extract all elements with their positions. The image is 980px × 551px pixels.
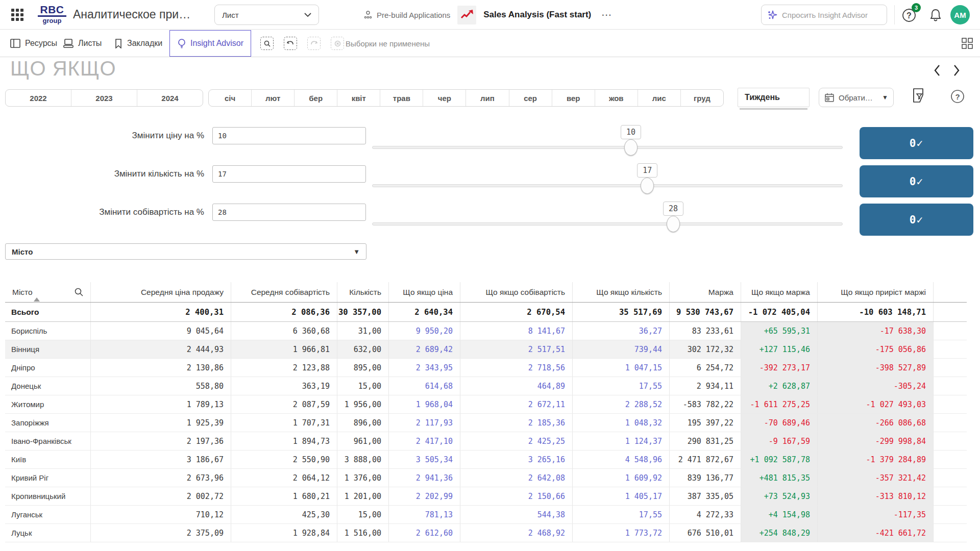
month-filter-сер[interactable]: сер (509, 90, 552, 106)
city-cell[interactable]: Кривий Ріг (5, 469, 91, 487)
city-filter-dropdown[interactable]: Місто ▼ (5, 243, 366, 260)
column-header-6[interactable]: Що якщо собівартість (460, 282, 573, 302)
search-input[interactable] (782, 11, 881, 19)
month-filter-груд[interactable]: груд (681, 90, 723, 106)
value-cell: 302 172,32 (670, 340, 741, 358)
avatar[interactable]: AM (950, 5, 970, 24)
prebuilt-applications-link[interactable]: Pre-build Applications (363, 10, 450, 19)
column-header-1[interactable]: Місто (5, 282, 91, 302)
prebuilt-applications-label: Pre-build Applications (377, 11, 450, 19)
insight-advisor-button[interactable]: Insight Advisor (169, 30, 251, 57)
value-cell: -392 273,17 (741, 359, 818, 377)
slider-track[interactable] (372, 146, 843, 149)
city-cell[interactable]: Житомир (5, 395, 91, 413)
notifications-bell-icon[interactable] (929, 8, 942, 22)
value-cell: 2 471 872,67 (670, 450, 741, 468)
sheets-label: Листы (78, 39, 102, 48)
row-filler (934, 469, 967, 487)
city-cell[interactable]: Івано-Франківськ (5, 432, 91, 450)
whatif-value-input[interactable] (212, 127, 366, 144)
value-cell: 2 117,93 (389, 414, 460, 432)
smart-search-button[interactable] (260, 30, 274, 57)
resources-button[interactable]: Ресурсы (10, 30, 57, 57)
column-header-10[interactable]: Що якщо приріст маржі (818, 282, 934, 302)
date-picker-dropdown[interactable]: Обрати… ▼ (819, 88, 894, 107)
month-filter-квіт[interactable]: квіт (337, 90, 380, 106)
help-circle-icon[interactable]: ? (950, 89, 965, 104)
notification-badge: 3 (912, 3, 921, 12)
value-cell: +1 092 587,78 (741, 450, 818, 468)
value-cell: 1 894,73 (231, 432, 337, 450)
value-cell: 676 510,01 (670, 524, 741, 542)
city-cell[interactable]: Луганськ (5, 506, 91, 523)
city-cell[interactable]: Кропивницький (5, 487, 91, 505)
slider-track[interactable] (372, 184, 843, 187)
apply-whatif-button[interactable]: 0✓ (860, 204, 973, 236)
column-header-2[interactable]: Середня ціна продажу (91, 282, 231, 302)
more-menu-button[interactable]: ⋯ (598, 9, 616, 21)
slider-handle[interactable] (624, 139, 638, 156)
page-title: ЩО ЯКЩО (10, 57, 116, 80)
next-sheet-button[interactable] (952, 64, 961, 77)
value-cell: 36,27 (573, 322, 670, 340)
apply-whatif-button[interactable]: 0✓ (860, 127, 973, 159)
undo-button[interactable] (284, 30, 297, 57)
help-button[interactable]: ? 3 (901, 7, 919, 24)
app-thumbnail[interactable] (457, 6, 476, 24)
column-header-9[interactable]: Що якщо маржа (741, 282, 818, 302)
month-filter-лип[interactable]: лип (466, 90, 509, 106)
whatif-value-input[interactable] (212, 204, 366, 221)
row-filler (934, 359, 967, 377)
slider-track[interactable] (372, 222, 843, 226)
month-filter-лют[interactable]: лют (252, 90, 295, 106)
city-cell[interactable]: Київ (5, 450, 91, 468)
value-cell: 3 505,34 (389, 450, 460, 468)
rbc-group-logo: RBC group (38, 4, 66, 24)
column-header-label: Що якщо ціна (403, 288, 453, 297)
slider-handle[interactable] (641, 178, 654, 194)
month-filter-січ[interactable]: січ (209, 90, 252, 106)
city-cell[interactable]: Донецьк (5, 377, 91, 395)
city-cell[interactable]: Бориспіль (5, 322, 91, 340)
insight-advisor-searchbox[interactable] (761, 5, 887, 25)
prev-sheet-button[interactable] (933, 64, 941, 77)
column-header-7[interactable]: Що якщо кількість (573, 282, 670, 302)
month-filter-вер[interactable]: вер (552, 90, 595, 106)
value-cell: 961,00 (337, 432, 389, 450)
sheet-overview-icon[interactable] (962, 38, 973, 49)
column-header-8[interactable]: Маржа (670, 282, 741, 302)
year-filter-2023[interactable]: 2023 (71, 90, 137, 106)
city-cell[interactable]: Вінниця (5, 340, 91, 358)
apply-whatif-button[interactable]: 0✓ (860, 165, 973, 197)
month-filter-жов[interactable]: жов (595, 90, 638, 106)
sheet-selector-dropdown[interactable]: Лист (214, 5, 319, 25)
month-filter-лис[interactable]: лис (638, 90, 681, 106)
week-filter-input[interactable]: Тиждень (738, 88, 810, 107)
clear-selections-button[interactable] (331, 30, 344, 57)
year-filter-2022[interactable]: 2022 (6, 90, 71, 106)
selections-tool-icon[interactable] (912, 88, 925, 103)
month-filter-чер[interactable]: чер (423, 90, 466, 106)
logo-text-top: RBC (38, 4, 66, 17)
month-filter-трав[interactable]: трав (380, 90, 423, 106)
value-cell: 3 186,67 (91, 450, 231, 468)
bookmarks-button[interactable]: Закладки (114, 30, 162, 57)
city-cell[interactable]: Луцьк (5, 524, 91, 542)
value-cell: 3 265,16 (460, 450, 573, 468)
column-search-icon[interactable] (75, 288, 83, 296)
column-header-5[interactable]: Що якщо ціна (389, 282, 460, 302)
column-header-3[interactable]: Середня собівартість (231, 282, 337, 302)
month-filter-бер[interactable]: бер (295, 90, 337, 106)
sheets-button[interactable]: Листы (63, 30, 102, 57)
whatif-value-input[interactable] (212, 165, 366, 183)
slider-handle[interactable] (667, 216, 680, 232)
city-cell[interactable]: Дніпро (5, 359, 91, 377)
value-cell: 2 941,36 (389, 469, 460, 487)
column-header-4[interactable]: Кількість (337, 282, 389, 302)
year-filter-2024[interactable]: 2024 (137, 90, 203, 106)
app-launcher-icon[interactable] (11, 9, 24, 22)
value-cell: 2 550,90 (231, 450, 337, 468)
city-cell[interactable]: Запоріжжя (5, 414, 91, 432)
redo-button[interactable] (307, 30, 321, 57)
value-cell: 895,00 (337, 359, 389, 377)
